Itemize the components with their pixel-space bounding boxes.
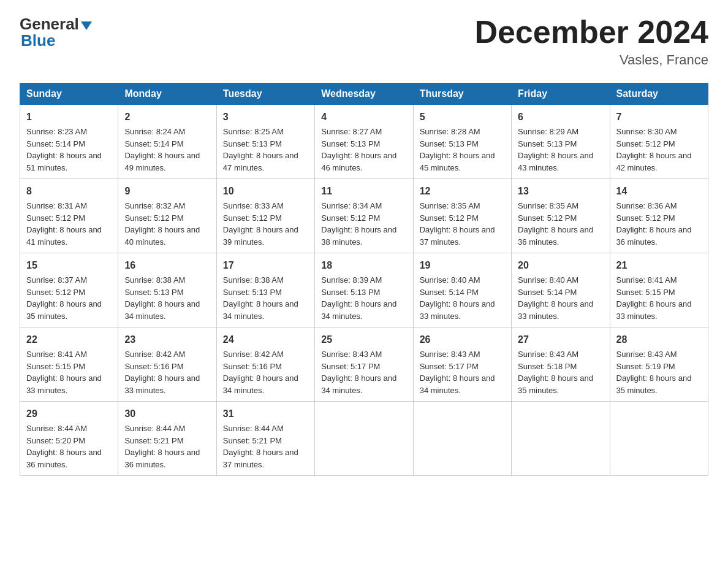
day-daylight: Daylight: 8 hours and 33 minutes. [420, 299, 495, 321]
day-of-week-header: Wednesday [315, 83, 413, 105]
day-sunrise: Sunrise: 8:40 AM [420, 275, 480, 285]
day-of-week-header: Friday [512, 83, 610, 105]
day-number: 16 [124, 258, 210, 273]
day-sunset: Sunset: 5:13 PM [223, 288, 282, 297]
day-sunset: Sunset: 5:12 PM [124, 213, 183, 223]
day-daylight: Daylight: 8 hours and 33 minutes. [26, 373, 102, 395]
day-number: 25 [321, 332, 406, 347]
day-sunset: Sunset: 5:17 PM [321, 362, 380, 371]
day-number: 17 [223, 258, 308, 273]
day-sunset: Sunset: 5:14 PM [124, 139, 183, 148]
day-number: 2 [124, 110, 210, 124]
day-sunset: Sunset: 5:21 PM [223, 436, 282, 445]
day-sunset: Sunset: 5:16 PM [124, 362, 183, 371]
calendar-day-cell: 10Sunrise: 8:33 AMSunset: 5:12 PMDayligh… [216, 179, 314, 253]
calendar-day-cell [413, 402, 511, 476]
day-daylight: Daylight: 8 hours and 43 minutes. [518, 151, 593, 172]
day-of-week-header: Thursday [413, 83, 511, 105]
calendar-day-cell: 20Sunrise: 8:40 AMSunset: 5:14 PMDayligh… [512, 253, 610, 327]
day-sunrise: Sunrise: 8:41 AM [616, 275, 677, 285]
calendar-day-cell: 23Sunrise: 8:42 AMSunset: 5:16 PMDayligh… [118, 327, 216, 402]
day-sunset: Sunset: 5:16 PM [223, 362, 282, 371]
day-of-week-header: Monday [118, 83, 216, 105]
day-sunrise: Sunrise: 8:30 AM [616, 127, 677, 136]
day-sunrise: Sunrise: 8:42 AM [223, 350, 284, 359]
title-area: December 2024 Vasles, France [474, 15, 708, 68]
calendar-week-row: 1Sunrise: 8:23 AMSunset: 5:14 PMDaylight… [20, 105, 708, 179]
day-sunset: Sunset: 5:19 PM [616, 362, 675, 371]
day-number: 6 [518, 110, 603, 124]
day-daylight: Daylight: 8 hours and 35 minutes. [616, 373, 692, 395]
calendar-day-cell: 29Sunrise: 8:44 AMSunset: 5:20 PMDayligh… [20, 402, 118, 476]
day-sunset: Sunset: 5:13 PM [420, 139, 479, 148]
day-number: 20 [518, 258, 603, 273]
logo-triangle-icon [81, 21, 92, 30]
day-sunrise: Sunrise: 8:37 AM [26, 275, 87, 285]
calendar-day-cell: 22Sunrise: 8:41 AMSunset: 5:15 PMDayligh… [20, 327, 118, 402]
calendar-week-row: 8Sunrise: 8:31 AMSunset: 5:12 PMDaylight… [20, 179, 708, 253]
day-daylight: Daylight: 8 hours and 45 minutes. [420, 151, 495, 172]
day-daylight: Daylight: 8 hours and 42 minutes. [616, 151, 692, 172]
day-sunset: Sunset: 5:18 PM [518, 362, 577, 371]
calendar-day-cell: 6Sunrise: 8:29 AMSunset: 5:13 PMDaylight… [512, 105, 610, 179]
calendar-day-cell: 27Sunrise: 8:43 AMSunset: 5:18 PMDayligh… [512, 327, 610, 402]
month-title: December 2024 [474, 15, 708, 50]
logo-blue-text: Blue [20, 31, 92, 50]
day-number: 21 [616, 258, 702, 273]
day-daylight: Daylight: 8 hours and 51 minutes. [26, 151, 102, 172]
day-daylight: Daylight: 8 hours and 34 minutes. [420, 373, 495, 395]
day-number: 7 [616, 110, 702, 124]
day-sunset: Sunset: 5:21 PM [124, 436, 183, 445]
day-daylight: Daylight: 8 hours and 40 minutes. [124, 225, 200, 247]
day-daylight: Daylight: 8 hours and 34 minutes. [223, 299, 298, 321]
day-sunrise: Sunrise: 8:25 AM [223, 127, 284, 136]
day-sunrise: Sunrise: 8:24 AM [124, 127, 185, 136]
day-sunrise: Sunrise: 8:44 AM [26, 424, 87, 433]
day-number: 26 [420, 332, 505, 347]
calendar-day-cell: 11Sunrise: 8:34 AMSunset: 5:12 PMDayligh… [315, 179, 413, 253]
day-sunset: Sunset: 5:13 PM [223, 139, 282, 148]
calendar-day-cell: 7Sunrise: 8:30 AMSunset: 5:12 PMDaylight… [610, 105, 708, 179]
day-sunset: Sunset: 5:15 PM [616, 288, 675, 297]
calendar-day-cell: 5Sunrise: 8:28 AMSunset: 5:13 PMDaylight… [413, 105, 511, 179]
day-sunrise: Sunrise: 8:42 AM [124, 350, 185, 359]
day-sunrise: Sunrise: 8:38 AM [223, 275, 284, 285]
day-sunset: Sunset: 5:15 PM [26, 362, 85, 371]
day-sunrise: Sunrise: 8:41 AM [26, 350, 87, 359]
day-number: 27 [518, 332, 603, 347]
day-daylight: Daylight: 8 hours and 37 minutes. [420, 225, 495, 247]
day-sunrise: Sunrise: 8:34 AM [321, 201, 382, 210]
day-number: 3 [223, 110, 308, 124]
day-number: 15 [26, 258, 112, 273]
day-daylight: Daylight: 8 hours and 36 minutes. [616, 225, 692, 247]
calendar-day-cell: 8Sunrise: 8:31 AMSunset: 5:12 PMDaylight… [20, 179, 118, 253]
day-of-week-header: Sunday [20, 83, 118, 105]
calendar-day-cell [610, 402, 708, 476]
day-sunrise: Sunrise: 8:43 AM [518, 350, 578, 359]
day-sunset: Sunset: 5:13 PM [518, 139, 577, 148]
calendar-day-cell: 31Sunrise: 8:44 AMSunset: 5:21 PMDayligh… [216, 402, 314, 476]
day-daylight: Daylight: 8 hours and 37 minutes. [223, 448, 298, 469]
day-daylight: Daylight: 8 hours and 36 minutes. [124, 448, 200, 469]
day-sunrise: Sunrise: 8:33 AM [223, 201, 284, 210]
calendar-day-cell: 24Sunrise: 8:42 AMSunset: 5:16 PMDayligh… [216, 327, 314, 402]
day-of-week-header: Saturday [610, 83, 708, 105]
day-daylight: Daylight: 8 hours and 33 minutes. [616, 299, 692, 321]
location-label: Vasles, France [474, 52, 708, 68]
calendar-day-cell: 15Sunrise: 8:37 AMSunset: 5:12 PMDayligh… [20, 253, 118, 327]
day-sunrise: Sunrise: 8:35 AM [420, 201, 480, 210]
day-sunset: Sunset: 5:17 PM [420, 362, 479, 371]
day-sunset: Sunset: 5:12 PM [420, 213, 479, 223]
day-daylight: Daylight: 8 hours and 49 minutes. [124, 151, 200, 172]
day-daylight: Daylight: 8 hours and 34 minutes. [124, 299, 200, 321]
day-number: 30 [124, 407, 210, 421]
day-number: 12 [420, 184, 505, 199]
calendar-day-cell: 25Sunrise: 8:43 AMSunset: 5:17 PMDayligh… [315, 327, 413, 402]
day-number: 1 [26, 110, 112, 124]
day-sunset: Sunset: 5:12 PM [518, 213, 577, 223]
day-number: 18 [321, 258, 406, 273]
day-daylight: Daylight: 8 hours and 46 minutes. [321, 151, 396, 172]
day-sunset: Sunset: 5:12 PM [321, 213, 380, 223]
calendar-day-cell: 17Sunrise: 8:38 AMSunset: 5:13 PMDayligh… [216, 253, 314, 327]
logo: General Blue [20, 15, 92, 50]
